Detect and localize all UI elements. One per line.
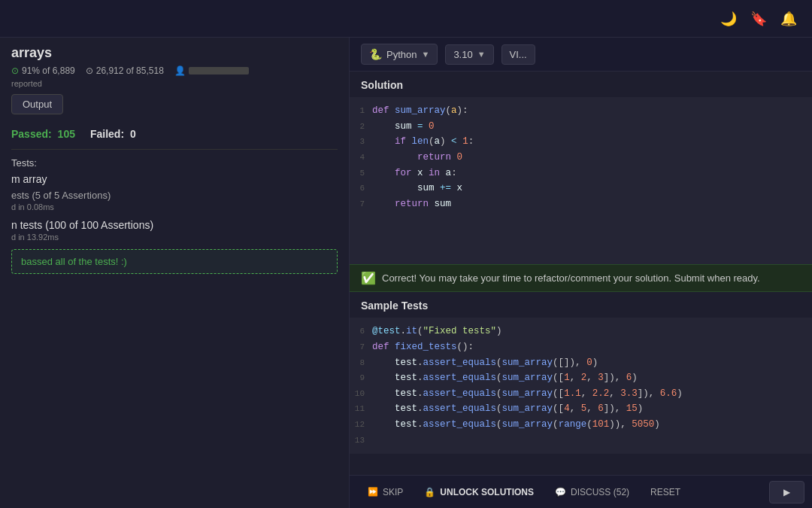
line-num-5: 5 — [350, 166, 372, 180]
sample-line-13: 13 — [350, 433, 812, 449]
code-line-2: 2 sum = 0 — [350, 119, 812, 135]
code-line-blank3 — [350, 243, 812, 259]
right-action-label: ▶ — [783, 487, 790, 497]
test-time-2: d in 13.92ms — [11, 233, 338, 242]
discuss-button[interactable]: 💬 DISCUSS (52) — [544, 481, 640, 503]
unlock-solutions-button[interactable]: 🔒 UNLOCK SOLUTIONS — [414, 481, 544, 503]
sline-content-13 — [372, 433, 378, 449]
code-line-4: 4 return 0 — [350, 150, 812, 166]
skip-icon: ⏩ — [368, 487, 378, 497]
sline-content-7: def fixed_tests(): — [372, 339, 474, 355]
sline-content-6: @test.it("Fixed tests") — [372, 324, 502, 339]
sample-line-10: 10 test.assert_equals(sum_array([1.1, 2.… — [350, 386, 812, 402]
solution-code-block[interactable]: 1 def sum_array(a): 2 sum = 0 3 if len(a… — [350, 97, 812, 264]
code-line-1: 1 def sum_array(a): — [350, 103, 812, 119]
sample-title: Sample Tests — [350, 292, 812, 318]
user-bar — [189, 67, 249, 75]
failed-label-text: Failed: — [90, 128, 124, 140]
output-tab-bar: Output — [0, 94, 349, 120]
sline-num-10: 10 — [350, 386, 372, 400]
solution-title: Solution — [350, 79, 812, 97]
kata-meta: ⊙ 91% of 6,889 ⊙ 26,912 of 85,518 👤 — [11, 65, 338, 76]
right-panel: 🐍 Python ▼ 3.10 ▼ VI... Solution 1 def s… — [350, 38, 812, 508]
line-num-b1 — [350, 211, 372, 212]
vim-button[interactable]: VI... — [501, 44, 535, 65]
test-item-1-label: ests (5 of 5 Assertions) — [11, 190, 338, 201]
sample-code-block[interactable]: 6 @test.it("Fixed tests") 7 def fixed_te… — [350, 318, 812, 454]
reset-label: RESET — [650, 487, 680, 497]
pass-fail-row: Passed: 105 Failed: 0 — [11, 128, 338, 140]
sline-content-11: test.assert_equals(sum_array([4, 5, 6]),… — [372, 401, 643, 417]
sample-line-9: 9 test.assert_equals(sum_array([1, 2, 3]… — [350, 370, 812, 386]
line-num-3: 3 — [350, 134, 372, 148]
language-label: Python — [386, 49, 417, 60]
sample-line-12: 12 test.assert_equals(sum_array(range(10… — [350, 417, 812, 433]
kata-title: arrays — [11, 45, 338, 61]
skip-label: SKIP — [383, 487, 403, 497]
sline-num-11: 11 — [350, 401, 372, 415]
right-scroll-area: Solution 1 def sum_array(a): 2 sum = 0 — [350, 71, 812, 508]
sline-num-6: 6 — [350, 324, 372, 338]
correct-banner: ✅ Correct! You may take your time to ref… — [350, 264, 812, 292]
sample-line-8: 8 test.assert_equals(sum_array([]), 0) — [350, 355, 812, 371]
sample-section: Sample Tests 6 @test.it("Fixed tests") 7… — [350, 292, 812, 475]
unlock-label: UNLOCK SOLUTIONS — [440, 487, 534, 497]
version-chevron-down-icon: ▼ — [477, 50, 486, 59]
line-num-1: 1 — [350, 103, 372, 117]
sline-content-10: test.assert_equals(sum_array([1.1, 2.2, … — [372, 386, 683, 402]
sline-num-13: 13 — [350, 433, 372, 447]
divider — [11, 149, 338, 150]
completion-pct: 91% of 6,889 — [22, 65, 75, 76]
solutions-meta: ⊙ 26,912 of 85,518 — [86, 65, 164, 76]
right-action-button[interactable]: ▶ — [769, 481, 804, 503]
reset-button[interactable]: RESET — [640, 481, 691, 503]
discuss-label: DISCUSS (52) — [571, 487, 629, 497]
line-content-2: sum = 0 — [372, 119, 435, 135]
success-box: bassed all of the tests! :) — [11, 249, 338, 274]
python-icon: 🐍 — [369, 48, 382, 60]
results-panel: Passed: 105 Failed: 0 Tests: m array est… — [0, 120, 349, 508]
code-line-7: 7 return sum — [350, 196, 812, 212]
line-content-4: return 0 — [372, 150, 462, 166]
sample-line-6: 6 @test.it("Fixed tests") — [350, 324, 812, 339]
right-toolbar: 🐍 Python ▼ 3.10 ▼ VI... — [350, 38, 812, 71]
main-content: arrays ⊙ 91% of 6,889 ⊙ 26,912 of 85,518… — [0, 38, 812, 508]
skip-button[interactable]: ⏩ SKIP — [357, 481, 414, 503]
discuss-icon: 💬 — [555, 487, 566, 497]
output-tab[interactable]: Output — [11, 94, 63, 114]
solution-section: Solution 1 def sum_array(a): 2 sum = 0 — [350, 71, 812, 264]
sline-content-8: test.assert_equals(sum_array([]), 0) — [372, 355, 598, 371]
left-panel: arrays ⊙ 91% of 6,889 ⊙ 26,912 of 85,518… — [0, 38, 350, 508]
success-message: bassed all of the tests! :) — [21, 256, 127, 267]
code-line-5: 5 for x in a: — [350, 166, 812, 181]
bell-icon[interactable]: 🔔 — [780, 11, 797, 27]
passed-label: Passed: 105 — [11, 128, 75, 140]
version-label: 3.10 — [453, 49, 472, 60]
sline-content-12: test.assert_equals(sum_array(range(101))… — [372, 417, 660, 433]
passed-label-text: Passed: — [11, 128, 52, 140]
moon-icon[interactable]: 🌙 — [720, 11, 737, 27]
line-num-2: 2 — [350, 119, 372, 133]
line-content-3: if len(a) < 1: — [372, 134, 474, 150]
bookmark-icon[interactable]: 🔖 — [750, 11, 767, 27]
completion-meta: ⊙ 91% of 6,889 — [11, 65, 75, 76]
sline-num-9: 9 — [350, 370, 372, 385]
passed-count: 105 — [58, 128, 75, 140]
code-line-blank1 — [350, 211, 812, 227]
reported-text: reported — [11, 79, 338, 88]
top-header: 🌙 🔖 🔔 — [0, 0, 812, 38]
language-selector[interactable]: 🐍 Python ▼ — [361, 44, 438, 65]
test-time-1: d in 0.08ms — [11, 202, 338, 211]
solutions-icon: ⊙ — [86, 65, 93, 76]
lock-icon: 🔒 — [424, 487, 435, 497]
version-selector[interactable]: 3.10 ▼ — [445, 44, 493, 65]
failed-count: 0 — [130, 128, 136, 140]
code-line-6: 6 sum += x — [350, 181, 812, 196]
test-group-2-label: n tests (100 of 100 Assertions) — [11, 219, 338, 231]
line-content-7: return sum — [372, 196, 451, 212]
line-num-4: 4 — [350, 150, 372, 164]
tests-section-label: Tests: — [11, 157, 338, 169]
line-num-b3 — [350, 243, 372, 244]
user-icon: 👤 — [174, 65, 186, 76]
failed-label: Failed: 0 — [90, 128, 136, 140]
